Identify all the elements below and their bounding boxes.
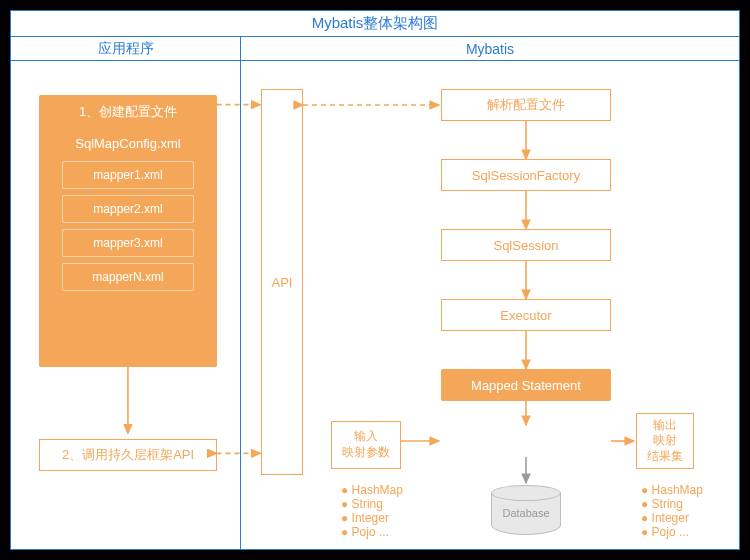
output-l3: 结果集: [647, 449, 683, 465]
type-item: HashMap: [641, 483, 703, 497]
input-l2: 映射参数: [342, 445, 390, 461]
output-types: HashMapStringIntegerPojo ...: [641, 483, 703, 539]
config-box: SqlMapConfig.xml mapper1.xmlmapper2.xmlm…: [51, 131, 205, 355]
flow-label-0: 解析配置文件: [487, 96, 565, 114]
step1-label: 1、创建配置文件: [79, 103, 177, 121]
mapper-item: mapper3.xml: [62, 229, 194, 257]
type-item: Integer: [341, 511, 403, 525]
type-item: String: [341, 497, 403, 511]
type-item: HashMap: [341, 483, 403, 497]
flow-box-1: SqlSessionFactory: [441, 159, 611, 191]
input-box: 输入 映射参数: [331, 421, 401, 469]
flow-box-2: SqlSession: [441, 229, 611, 261]
input-types: HashMapStringIntegerPojo ...: [341, 483, 403, 539]
mybatis-header: Mybatis: [241, 37, 739, 61]
flow-box-4: Mapped Statement: [441, 369, 611, 401]
output-l2: 映射: [653, 433, 677, 449]
input-l1: 输入: [354, 429, 378, 445]
output-box: 输出 映射 结果集: [636, 413, 694, 469]
flow-box-3: Executor: [441, 299, 611, 331]
type-item: Integer: [641, 511, 703, 525]
step2-box: 2、调用持久层框架API: [39, 439, 217, 471]
app-column: 应用程序 1、创建配置文件 SqlMapConfig.xml mapper1.x…: [11, 37, 241, 549]
mapper-item: mapperN.xml: [62, 263, 194, 291]
flow-box-0: 解析配置文件: [441, 89, 611, 121]
database-icon: Database: [491, 485, 561, 535]
type-item: Pojo ...: [641, 525, 703, 539]
step2-label: 2、调用持久层框架API: [62, 446, 194, 464]
mapper-item: mapper2.xml: [62, 195, 194, 223]
app-header: 应用程序: [11, 37, 240, 61]
flow-label-2: SqlSession: [493, 238, 558, 253]
flow-label-3: Executor: [500, 308, 551, 323]
output-l1: 输出: [653, 418, 677, 434]
diagram-title: Mybatis整体架构图: [11, 11, 739, 37]
api-label: API: [272, 275, 293, 290]
diagram-canvas: Mybatis整体架构图 应用程序 1、创建配置文件 SqlMapConfig.…: [10, 10, 740, 550]
mapper-item: mapper1.xml: [62, 161, 194, 189]
flow-label-1: SqlSessionFactory: [472, 168, 580, 183]
mybatis-column: Mybatis API 解析配置文件SqlSessionFactorySqlSe…: [241, 37, 739, 549]
type-item: Pojo ...: [341, 525, 403, 539]
api-box: API: [261, 89, 303, 475]
database-label: Database: [491, 507, 561, 519]
type-item: String: [641, 497, 703, 511]
flow-label-4: Mapped Statement: [471, 378, 581, 393]
config-title: SqlMapConfig.xml: [52, 132, 204, 155]
